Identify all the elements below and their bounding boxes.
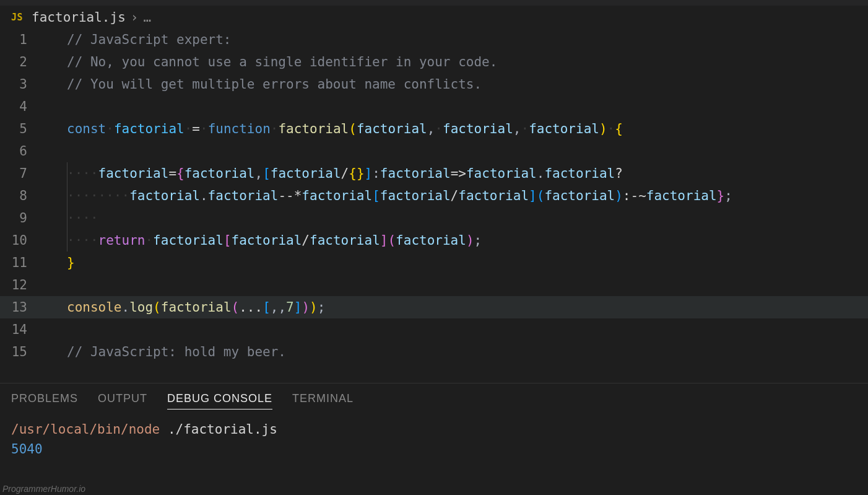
breadcrumb[interactable]: JS factorial.js › … <box>0 6 868 28</box>
debug-console-body[interactable]: /usr/local/bin/node ./factorial.js 5040 <box>0 413 868 465</box>
line-number[interactable]: 14 <box>0 318 45 341</box>
line-number[interactable]: 8 <box>0 185 45 207</box>
chevron-right-icon: › <box>131 10 139 25</box>
line-number[interactable]: 1 <box>0 28 45 51</box>
line-number[interactable]: 13 <box>0 296 45 318</box>
code-line[interactable]: 14 <box>0 318 868 341</box>
code-content[interactable]: console.log(factorial(...[,,7])); <box>45 296 325 318</box>
panel-tab-debug[interactable]: DEBUG CONSOLE <box>167 392 272 410</box>
code-line[interactable]: 1// JavaScript expert: <box>0 28 868 51</box>
code-line[interactable]: 2// No, you cannot use a single identifi… <box>0 51 868 73</box>
code-line[interactable]: 6 <box>0 140 868 162</box>
code-line[interactable]: 4 <box>0 95 868 118</box>
watermark: ProgrammerHumor.io <box>2 484 85 494</box>
breadcrumb-file[interactable]: factorial.js <box>32 10 126 25</box>
code-content[interactable]: // You will get multiple errors about na… <box>45 73 482 95</box>
code-content[interactable]: // JavaScript: hold my beer. <box>45 341 286 363</box>
line-number[interactable]: 3 <box>0 73 45 95</box>
line-number[interactable]: 10 <box>0 229 45 252</box>
code-line[interactable]: 11} <box>0 252 868 274</box>
tab-strip <box>0 0 868 6</box>
code-line[interactable]: 13console.log(factorial(...[,,7])); <box>0 296 868 318</box>
bottom-panel: PROBLEMSOUTPUTDEBUG CONSOLETERMINAL /usr… <box>0 383 868 495</box>
line-number[interactable]: 7 <box>0 162 45 185</box>
code-line[interactable]: 15// JavaScript: hold my beer. <box>0 341 868 363</box>
code-content[interactable]: ········factorial.factorial--*factorial[… <box>45 185 732 207</box>
line-number[interactable]: 2 <box>0 51 45 73</box>
code-content[interactable]: ····factorial={factorial,[factorial/{}]:… <box>45 162 623 185</box>
line-number[interactable]: 4 <box>0 95 45 118</box>
code-content[interactable]: const·factorial·=·function·factorial(fac… <box>45 118 623 140</box>
code-content[interactable]: } <box>45 252 75 274</box>
panel-tab-terminal[interactable]: TERMINAL <box>292 392 354 410</box>
breadcrumb-symbol[interactable]: … <box>143 10 151 25</box>
program-output: 5040 <box>11 439 857 459</box>
code-line[interactable]: 7····factorial={factorial,[factorial/{}]… <box>0 162 868 185</box>
line-number[interactable]: 11 <box>0 252 45 274</box>
file-lang-icon: JS <box>11 12 23 23</box>
code-content[interactable]: ····return·factorial[factorial/factorial… <box>45 229 482 252</box>
code-line[interactable]: 9···· <box>0 207 868 229</box>
run-command-file: ./factorial.js <box>168 422 277 437</box>
panel-tabs: PROBLEMSOUTPUTDEBUG CONSOLETERMINAL <box>0 383 868 413</box>
code-line[interactable]: 12 <box>0 274 868 296</box>
line-number[interactable]: 12 <box>0 274 45 296</box>
run-command-path: /usr/local/bin/node <box>11 422 168 437</box>
code-editor[interactable]: 1// JavaScript expert:2// No, you cannot… <box>0 28 868 363</box>
code-content[interactable]: ···· <box>45 207 98 229</box>
code-content[interactable]: // No, you cannot use a single identifie… <box>45 51 497 73</box>
code-content[interactable]: // JavaScript expert: <box>45 28 232 51</box>
line-number[interactable]: 6 <box>0 140 45 162</box>
line-number[interactable]: 15 <box>0 341 45 363</box>
code-line[interactable]: 5const·factorial·=·function·factorial(fa… <box>0 118 868 140</box>
line-number[interactable]: 5 <box>0 118 45 140</box>
code-line[interactable]: 10····return·factorial[factorial/factori… <box>0 229 868 252</box>
panel-tab-problems[interactable]: PROBLEMS <box>11 392 78 410</box>
code-line[interactable]: 3// You will get multiple errors about n… <box>0 73 868 95</box>
code-line[interactable]: 8········factorial.factorial--*factorial… <box>0 185 868 207</box>
line-number[interactable]: 9 <box>0 207 45 229</box>
panel-tab-output[interactable]: OUTPUT <box>98 392 147 410</box>
